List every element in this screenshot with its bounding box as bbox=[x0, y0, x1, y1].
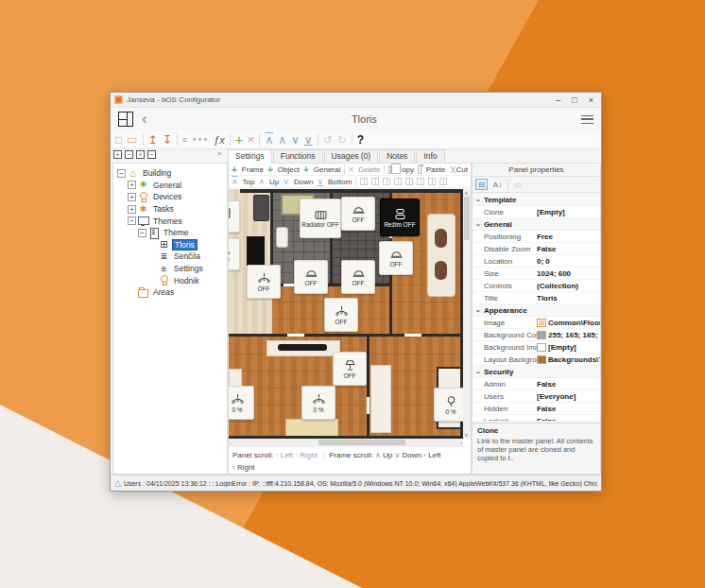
same-width-icon[interactable] bbox=[428, 178, 436, 185]
open-folder-icon[interactable]: ▭ bbox=[127, 132, 137, 147]
tree-item-areas[interactable]: Areas bbox=[113, 286, 227, 299]
tree-item-devices[interactable]: +Devices bbox=[113, 191, 227, 203]
floor-button-wc-light[interactable]: OFF bbox=[294, 260, 328, 294]
vertical-scroll-thumb[interactable] bbox=[464, 197, 470, 240]
property-value[interactable]: False bbox=[537, 380, 600, 389]
property-section-template[interactable]: ⌄Template bbox=[473, 194, 600, 206]
align-middle-icon[interactable] bbox=[405, 178, 413, 185]
floor-button-hall-light[interactable]: OFF bbox=[324, 298, 358, 332]
floor-button-dimmer-bed[interactable]: 0 % bbox=[434, 388, 463, 422]
order-bottom-button[interactable]: Bottom bbox=[328, 178, 352, 186]
tree-expander-icon[interactable]: − bbox=[128, 216, 136, 225]
floor-button-desk-lamp[interactable]: OFF bbox=[333, 352, 367, 386]
property-row-hidden[interactable]: HiddenFalse bbox=[473, 403, 600, 415]
collapse-all-icon[interactable]: − bbox=[125, 150, 133, 159]
tree-item-tloris[interactable]: ⊞Tloris bbox=[113, 239, 227, 251]
property-row-positioning[interactable]: PositioningFree bbox=[473, 231, 600, 243]
order-top-button[interactable]: Top bbox=[243, 178, 255, 186]
floor-button-living-light[interactable]: OFF bbox=[379, 241, 413, 275]
scroll-left-arrow[interactable]: ‹ bbox=[230, 439, 232, 446]
tab-usages[interactable]: Usages (0) bbox=[324, 149, 379, 163]
floor-button-rezim[interactable]: Režim OFF bbox=[380, 199, 420, 236]
property-pages-icon[interactable]: ▭ bbox=[512, 179, 524, 190]
tab-functions[interactable]: Functions bbox=[273, 149, 323, 163]
move-bottom-icon[interactable]: ∨ bbox=[304, 132, 313, 147]
tree-expander-icon[interactable]: − bbox=[117, 169, 126, 178]
tree-expander-icon[interactable]: + bbox=[128, 205, 136, 214]
property-row-image[interactable]: Image⊞Common\Floor.svg bbox=[473, 317, 600, 329]
frame-scroll-down[interactable]: Down bbox=[403, 451, 421, 459]
property-section-appearance[interactable]: ⌄Appearance bbox=[473, 304, 600, 317]
floor-button-shower-light[interactable]: OFF bbox=[341, 260, 375, 294]
floor-button-bath-light[interactable]: OFF bbox=[341, 197, 375, 231]
property-value[interactable]: False bbox=[537, 405, 600, 413]
property-value[interactable]: [Empty] bbox=[537, 208, 600, 216]
floor-button-dimmer-mid[interactable]: 0 % bbox=[301, 386, 335, 420]
same-height-icon[interactable] bbox=[439, 178, 447, 185]
order-down-button[interactable]: Down bbox=[294, 178, 313, 186]
property-value[interactable]: Backgrounds\Tloris bbox=[548, 355, 600, 364]
tree-item-building[interactable]: −⌂Building bbox=[113, 167, 227, 180]
property-value[interactable]: Tloris bbox=[537, 294, 600, 303]
overflow-chevron-icon[interactable]: » bbox=[217, 149, 221, 158]
align-right-icon[interactable] bbox=[383, 178, 390, 185]
tree-item-general[interactable]: +✱General bbox=[113, 180, 227, 192]
paste-button[interactable]: Paste bbox=[426, 165, 445, 174]
order-up-button[interactable]: Up bbox=[269, 178, 279, 186]
frame-scroll-right[interactable]: Right bbox=[237, 463, 255, 472]
cut-button[interactable]: Cut bbox=[456, 165, 468, 174]
align-bottom-icon[interactable] bbox=[417, 178, 424, 185]
panel-scroll-left[interactable]: Left bbox=[281, 451, 293, 459]
floor-button-radiator[interactable]: Radiator OFF bbox=[300, 199, 341, 238]
align-left-icon[interactable] bbox=[360, 178, 368, 185]
tree-expander-icon[interactable]: − bbox=[138, 229, 146, 237]
close-button[interactable]: × bbox=[589, 94, 593, 107]
property-value[interactable]: Common\Floor.svg bbox=[548, 319, 600, 327]
redo-icon[interactable]: ↻ bbox=[337, 132, 347, 147]
move-top-icon[interactable]: ∧ bbox=[265, 132, 273, 147]
tree-expander-icon[interactable]: + bbox=[128, 181, 136, 189]
property-row-clone[interactable]: Clone[Empty] bbox=[473, 206, 600, 218]
import-icon[interactable]: ↥ bbox=[148, 132, 158, 147]
property-row-disable-zoom[interactable]: Disable ZoomFalse bbox=[473, 243, 600, 255]
floor-button-kitchen-light[interactable]: OFF bbox=[247, 265, 281, 299]
property-value[interactable]: [Empty] bbox=[548, 343, 600, 352]
move-up-icon[interactable]: ∧ bbox=[278, 132, 286, 147]
property-value[interactable]: 255; 165; 165; 165 bbox=[548, 331, 600, 339]
export-icon[interactable]: ↧ bbox=[163, 132, 172, 147]
tree-expander-icon[interactable]: + bbox=[128, 193, 136, 201]
tree-item-themes[interactable]: −Themes bbox=[113, 215, 227, 227]
sort-alphabetical-icon[interactable]: A↓ bbox=[491, 179, 504, 190]
function-icon[interactable]: ƒx bbox=[214, 132, 225, 147]
scroll-up-arrow[interactable]: ∧ bbox=[464, 189, 468, 197]
align-center-icon[interactable] bbox=[371, 178, 379, 185]
add-frame-button[interactable]: Frame bbox=[242, 165, 264, 174]
expand-all-icon[interactable]: + bbox=[113, 150, 122, 159]
help-icon[interactable]: ? bbox=[357, 132, 364, 147]
expand-node-icon[interactable]: + bbox=[136, 150, 145, 159]
tree-item-tasks[interactable]: +✱Tasks bbox=[113, 203, 227, 216]
frame-scroll-left[interactable]: Left bbox=[428, 451, 440, 459]
property-row-title[interactable]: TitleTloris bbox=[473, 292, 600, 304]
horizontal-scrollbar[interactable]: ‹ › bbox=[229, 439, 463, 446]
settings-sliders-icon[interactable]: ≡ bbox=[182, 132, 187, 147]
dots-icon[interactable]: ∘∘∘ bbox=[192, 132, 209, 147]
floor-button-partial-top[interactable]: % bbox=[229, 200, 240, 233]
tree-item-hodnik[interactable]: Hodnik bbox=[113, 274, 227, 286]
property-row-size[interactable]: Size1024; 600 bbox=[473, 268, 600, 280]
property-row-background-col[interactable]: Background Col255; 165; 165; 165 bbox=[473, 329, 600, 341]
tab-notes[interactable]: Notes bbox=[379, 149, 415, 163]
tab-info[interactable]: Info bbox=[416, 149, 444, 163]
move-down-icon[interactable]: ∨ bbox=[291, 132, 300, 147]
property-value[interactable]: False bbox=[537, 417, 600, 422]
property-row-layout-backgrou[interactable]: Layout BackgrouBackgrounds\Tloris bbox=[473, 354, 600, 366]
property-value[interactable]: 0; 0 bbox=[537, 257, 600, 266]
horizontal-scroll-thumb[interactable] bbox=[318, 440, 405, 445]
property-section-security[interactable]: ⌄Security bbox=[473, 366, 600, 378]
delete-icon[interactable]: × bbox=[248, 132, 255, 147]
align-top-icon[interactable] bbox=[394, 178, 402, 185]
menu-icon[interactable] bbox=[581, 115, 593, 124]
property-row-controls[interactable]: Controls(Collection) bbox=[473, 280, 600, 292]
scroll-right-arrow[interactable]: › bbox=[460, 439, 462, 446]
panel-scroll-right[interactable]: Right bbox=[300, 451, 318, 459]
